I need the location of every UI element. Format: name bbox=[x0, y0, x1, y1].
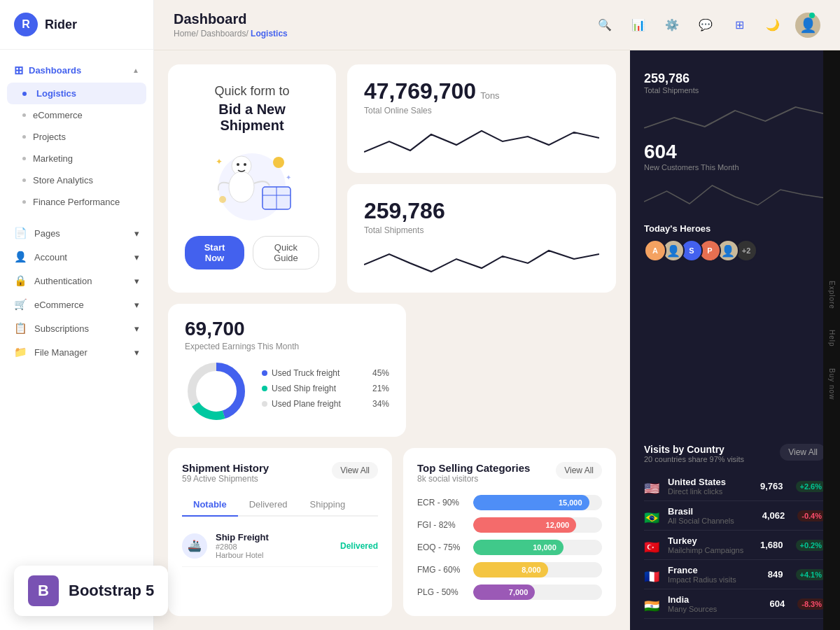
search-icon[interactable]: 🔍 bbox=[594, 14, 616, 36]
sidebar-item-account[interactable]: 👤 Account ▾ bbox=[0, 245, 153, 269]
hero-subtitle: Bid a New Shipment bbox=[185, 102, 319, 134]
shipment-view-all-button[interactable]: View All bbox=[332, 462, 378, 479]
chevron-down-icon: ▾ bbox=[134, 276, 139, 286]
tab-notable[interactable]: Notable bbox=[182, 493, 238, 517]
middle-cards-row: 69,700 Expected Earnings This Month bbox=[168, 304, 616, 437]
dot-icon bbox=[22, 178, 26, 182]
cat-fmg-label: FMG - 60% bbox=[417, 565, 466, 575]
cat-ecr-bar: 15,000 bbox=[473, 495, 589, 510]
earnings-number: 69,700 bbox=[185, 318, 389, 340]
sidebar-item-subscriptions[interactable]: 📋 Subscriptions ▾ bbox=[0, 316, 153, 340]
total-sales-label: Total Online Sales bbox=[364, 106, 599, 115]
country-france-info: France Impact Radius visits bbox=[668, 565, 748, 584]
rp-customers-chart bbox=[644, 177, 826, 212]
countries-view-all-button[interactable]: View All bbox=[780, 444, 826, 461]
sidebar-item-ecommerce[interactable]: eCommerce bbox=[0, 104, 153, 126]
ship-status: Delivered bbox=[340, 541, 378, 551]
donut-container: Used Truck freight 45% Used Ship freight… bbox=[185, 360, 389, 423]
heroes-avatars: A 👤 S P 👤 +2 bbox=[644, 239, 826, 262]
bootstrap-watermark: B Bootstrap 5 bbox=[14, 566, 168, 616]
tab-delivered[interactable]: Delivered bbox=[238, 493, 299, 515]
tab-shipping[interactable]: Shipping bbox=[299, 493, 357, 515]
svg-point-4 bbox=[229, 172, 254, 202]
breadcrumb: Home/ Dashboards/ Logistics bbox=[174, 29, 288, 38]
categories-card: Top Selling Categories 8k social visitor… bbox=[403, 448, 616, 616]
category-fmg: FMG - 60% 8,000 bbox=[417, 562, 602, 578]
chevron-up-icon: ▲ bbox=[132, 66, 139, 74]
sidebar-item-finance-performance[interactable]: Finance Performance bbox=[0, 191, 153, 213]
dashboards-section-header[interactable]: ⊞ Dashboards ▲ bbox=[0, 58, 153, 83]
chart-icon[interactable]: 📊 bbox=[627, 14, 650, 36]
dot-icon bbox=[22, 113, 26, 117]
rp-sales-num: 259,786 bbox=[644, 71, 826, 86]
country-france-change: +4.1% bbox=[796, 569, 827, 580]
pages-label: Pages bbox=[34, 228, 60, 239]
rp-customers-num: 604 bbox=[644, 141, 826, 163]
sidebar-item-authentication[interactable]: 🔒 Authentication ▾ bbox=[0, 269, 153, 293]
subscriptions-label: Subscriptions bbox=[34, 323, 89, 334]
svg-point-5 bbox=[237, 163, 239, 166]
earnings-label: Expected Earnings This Month bbox=[185, 342, 389, 351]
legend-ship: Used Ship freight 21% bbox=[262, 384, 389, 393]
grid-icon[interactable]: ⊞ bbox=[728, 14, 750, 36]
donut-chart bbox=[185, 360, 248, 423]
topbar-right: 🔍 📊 ⚙️ 💬 ⊞ 🌙 👤 bbox=[594, 13, 820, 38]
start-now-button[interactable]: Start Now bbox=[185, 236, 244, 270]
shipments-mini-chart bbox=[364, 244, 599, 279]
legend-truck: Used Truck freight 45% bbox=[262, 368, 389, 378]
chevron-down-icon: ▾ bbox=[134, 300, 139, 310]
nav-section-dashboards: ⊞ Dashboards ▲ Logistics eCommerce Proje… bbox=[0, 58, 153, 213]
right-panel-top: 259,786 Total Shipments 604 New Customer… bbox=[630, 50, 840, 433]
svg-point-6 bbox=[244, 163, 246, 166]
content-main: Quick form to Bid a New Shipment bbox=[154, 50, 630, 630]
explore-label[interactable]: Explore bbox=[828, 281, 836, 309]
quick-guide-button[interactable]: Quick Guide bbox=[253, 236, 319, 270]
country-usa-change: +2.6% bbox=[796, 481, 827, 492]
bootstrap-text: Bootstrap 5 bbox=[69, 582, 154, 600]
chevron-down-icon: ▾ bbox=[134, 228, 139, 239]
messages-icon[interactable]: 💬 bbox=[694, 14, 717, 36]
sidebar-item-logistics[interactable]: Logistics bbox=[7, 83, 146, 104]
help-label[interactable]: Help bbox=[828, 330, 836, 347]
country-usa-sub: Direct link clicks bbox=[668, 487, 748, 496]
sidebar-item-store-analytics[interactable]: Store Analytics bbox=[0, 169, 153, 191]
sidebar-item-projects[interactable]: Projects bbox=[0, 126, 153, 148]
france-flag-icon: 🇫🇷 bbox=[644, 569, 661, 580]
india-flag-icon: 🇮🇳 bbox=[644, 598, 661, 610]
country-brasil-sub: All Social Channels bbox=[668, 517, 750, 525]
ship-id: #2808 bbox=[216, 542, 332, 551]
sidebar-item-marketing[interactable]: Marketing bbox=[0, 148, 153, 169]
settings-icon[interactable]: ⚙️ bbox=[661, 14, 683, 36]
theme-icon[interactable]: 🌙 bbox=[762, 14, 784, 36]
svg-point-2 bbox=[219, 196, 226, 203]
country-india-change: -8.3% bbox=[797, 598, 826, 610]
topbar: Dashboard Home/ Dashboards/ Logistics 🔍 … bbox=[154, 0, 840, 50]
category-fgi: FGI - 82% 12,000 bbox=[417, 517, 602, 533]
sales-mini-chart bbox=[364, 124, 599, 159]
buynow-label[interactable]: Buy now bbox=[828, 368, 836, 400]
country-india-info: India Many Sources bbox=[668, 594, 750, 613]
breadcrumb-home[interactable]: Home/ bbox=[174, 29, 198, 38]
user-avatar[interactable]: 👤 bbox=[795, 13, 820, 38]
topbar-left: Dashboard Home/ Dashboards/ Logistics bbox=[174, 11, 288, 38]
sidebar-item-label: Marketing bbox=[33, 153, 73, 164]
sidebar-item-filemanager[interactable]: 📁 File Manager ▾ bbox=[0, 340, 153, 364]
shipment-subtitle: 59 Active Shipments bbox=[182, 474, 269, 484]
cat-plg-label: PLG - 50% bbox=[417, 587, 466, 597]
total-shipments-card: 259,786 Total Shipments bbox=[347, 184, 616, 293]
country-usa-value: 9,763 bbox=[755, 481, 783, 491]
country-usa: 🇺🇸 United States Direct link clicks 9,76… bbox=[644, 472, 826, 501]
breadcrumb-dashboards[interactable]: Dashboards/ bbox=[201, 29, 248, 38]
account-label: Account bbox=[34, 252, 67, 262]
country-france-value: 849 bbox=[755, 569, 783, 580]
category-plg: PLG - 50% 7,000 bbox=[417, 584, 602, 600]
sidebar-item-pages[interactable]: 📄 Pages ▾ bbox=[0, 221, 153, 245]
logo-icon: R bbox=[14, 13, 38, 36]
categories-header: Top Selling Categories 8k social visitor… bbox=[417, 462, 602, 484]
sidebar-item-ecommerce2[interactable]: 🛒 eCommerce ▾ bbox=[0, 293, 153, 316]
us-flag-icon: 🇺🇸 bbox=[644, 481, 661, 492]
bootstrap-icon: B bbox=[28, 575, 59, 606]
hero-title: Quick form to bbox=[214, 84, 289, 99]
sidebar-item-label: Store Analytics bbox=[33, 175, 93, 186]
categories-view-all-button[interactable]: View All bbox=[556, 462, 602, 479]
